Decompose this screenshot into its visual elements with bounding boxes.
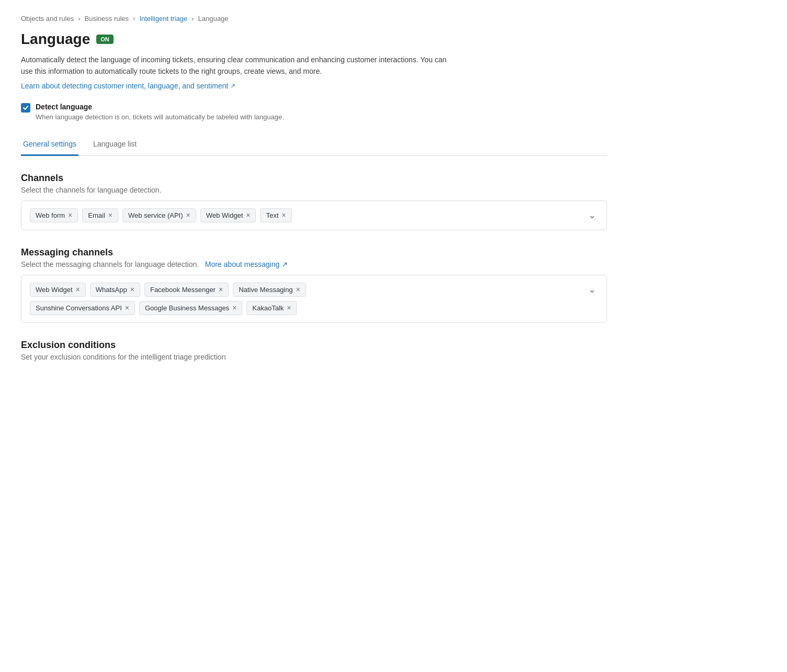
tag-whatsapp: WhatsApp × — [90, 283, 140, 297]
tag-web-service-api-remove[interactable]: × — [186, 211, 190, 219]
channels-box: Web form × Email × Web service (API) × W… — [21, 200, 607, 230]
tag-whatsapp-remove[interactable]: × — [130, 286, 134, 293]
detect-language-label: Detect language — [36, 103, 284, 111]
page-title: Language — [21, 31, 90, 48]
tag-google-business-messages: Google Business Messages × — [139, 301, 242, 315]
tag-web-widget-messaging: Web Widget × — [30, 283, 86, 297]
breadcrumb-item-language: Language — [198, 15, 229, 23]
messaging-external-icon: ↗ — [282, 260, 288, 268]
messaging-learn-link-text: More about messaging — [205, 260, 279, 268]
page-description: Automatically detect the language of inc… — [21, 54, 450, 77]
exclusion-section: Exclusion conditions Set your exclusion … — [21, 340, 607, 361]
messaging-section: Messaging channels Select the messaging … — [21, 247, 607, 323]
tag-web-service-api: Web service (API) × — [122, 208, 196, 222]
tag-native-messaging-remove[interactable]: × — [296, 286, 300, 293]
tag-email: Email × — [82, 208, 118, 222]
tag-whatsapp-label: WhatsApp — [96, 286, 127, 294]
tag-web-widget-messaging-label: Web Widget — [36, 286, 73, 294]
learn-link[interactable]: Learn about detecting customer intent, l… — [21, 82, 235, 90]
tag-web-widget-remove[interactable]: × — [246, 211, 250, 219]
tag-text-remove[interactable]: × — [282, 211, 286, 219]
detect-language-checkbox[interactable] — [21, 103, 30, 113]
tag-web-service-api-label: Web service (API) — [128, 211, 183, 219]
messaging-channels-box: Web Widget × WhatsApp × Facebook Messeng… — [21, 275, 607, 323]
tag-text: Text × — [260, 208, 291, 222]
messaging-learn-link[interactable]: More about messaging ↗ — [205, 260, 288, 268]
tag-email-remove[interactable]: × — [108, 211, 113, 219]
tag-sunshine-conversations-api-remove[interactable]: × — [125, 304, 129, 311]
tag-google-business-messages-remove[interactable]: × — [232, 304, 237, 311]
messaging-title: Messaging channels — [21, 247, 607, 258]
tag-google-business-messages-label: Google Business Messages — [145, 304, 229, 312]
channels-title: Channels — [21, 173, 607, 184]
tag-native-messaging: Native Messaging × — [233, 283, 306, 297]
breadcrumb-separator-1: › — [78, 15, 80, 23]
messaging-expand-button[interactable]: ⌄ — [586, 284, 598, 295]
channels-description: Select the channels for language detecti… — [21, 186, 607, 194]
tab-language-list[interactable]: Language list — [91, 133, 139, 156]
breadcrumb-separator-3: › — [192, 15, 194, 23]
tag-sunshine-conversations-api: Sunshine Conversations API × — [30, 301, 135, 315]
tag-web-form: Web form × — [30, 208, 78, 222]
breadcrumb-item-objects: Objects and rules — [21, 15, 74, 23]
tab-general-settings[interactable]: General settings — [21, 133, 78, 156]
messaging-description-text: Select the messaging channels for langua… — [21, 260, 199, 268]
breadcrumb-separator-2: › — [133, 15, 135, 23]
tag-facebook-messenger: Facebook Messenger × — [144, 283, 229, 297]
channels-expand-button[interactable]: ⌄ — [586, 209, 598, 221]
tag-web-widget-label: Web Widget — [206, 211, 243, 219]
exclusion-description: Set your exclusion conditions for the in… — [21, 353, 607, 361]
tag-text-label: Text — [266, 211, 278, 219]
tag-web-form-remove[interactable]: × — [68, 211, 72, 219]
detect-language-sublabel: When language detection is on, tickets w… — [36, 113, 284, 121]
breadcrumb-item-intelligent-triage[interactable]: Intelligent triage — [139, 15, 187, 23]
tabs: General settings Language list — [21, 133, 607, 156]
status-badge: On — [96, 35, 114, 44]
tag-email-label: Email — [88, 211, 105, 219]
tag-web-widget: Web Widget × — [200, 208, 256, 222]
channels-section: Channels Select the channels for languag… — [21, 173, 607, 230]
breadcrumb-item-business: Business rules — [85, 15, 129, 23]
exclusion-title: Exclusion conditions — [21, 340, 607, 351]
external-link-icon: ↗ — [230, 82, 235, 89]
tag-facebook-messenger-remove[interactable]: × — [219, 286, 223, 293]
tag-facebook-messenger-label: Facebook Messenger — [150, 286, 216, 294]
tag-kakaotalk-label: KakaoTalk — [252, 304, 284, 312]
learn-link-text: Learn about detecting customer intent, l… — [21, 82, 228, 90]
tag-sunshine-conversations-api-label: Sunshine Conversations API — [36, 304, 122, 312]
messaging-description: Select the messaging channels for langua… — [21, 260, 607, 268]
breadcrumb: Objects and rules › Business rules › Int… — [21, 15, 607, 23]
tag-native-messaging-label: Native Messaging — [239, 286, 293, 294]
tag-kakaotalk-remove[interactable]: × — [287, 304, 291, 311]
tag-web-form-label: Web form — [36, 211, 65, 219]
tag-web-widget-messaging-remove[interactable]: × — [76, 286, 80, 293]
tag-kakaotalk: KakaoTalk × — [246, 301, 297, 315]
